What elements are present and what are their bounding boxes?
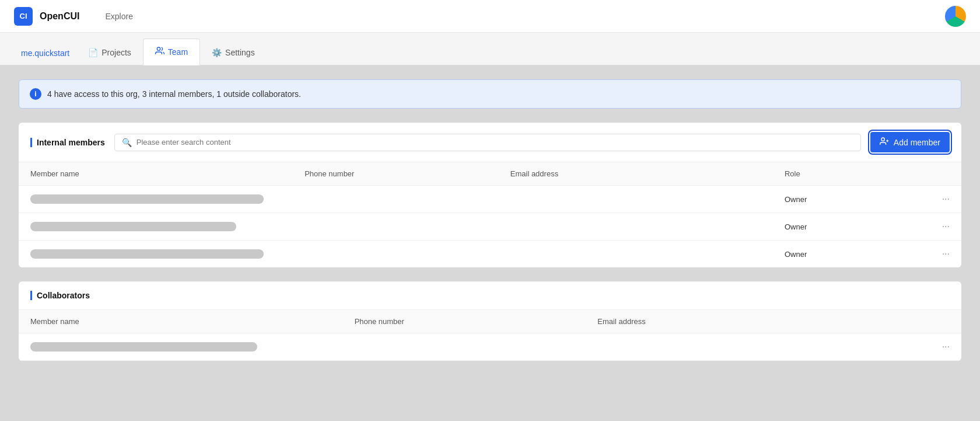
col-phone: Phone number [304, 169, 510, 178]
more-options-button[interactable]: ··· [922, 342, 950, 352]
collab-col-phone: Phone number [355, 317, 598, 326]
table-row: Owner ··· [19, 241, 961, 267]
document-icon: 📄 [88, 48, 98, 57]
topbar: CI OpenCUI Explore [0, 0, 980, 33]
collab-col-email: Email address [597, 317, 922, 326]
add-member-icon [880, 137, 889, 148]
tab-projects[interactable]: 📄 Projects [76, 41, 143, 65]
col-role: Role [785, 169, 922, 178]
internal-members-table-header: Member name Phone number Email address R… [19, 162, 961, 186]
internal-members-section: Internal members 🔍 Add member Me [19, 123, 961, 267]
tab-settings-label: Settings [225, 48, 255, 57]
col-member-name: Member name [30, 169, 304, 178]
role-text: Owner [785, 195, 922, 204]
logo-text: CI [20, 12, 27, 20]
search-icon: 🔍 [122, 138, 132, 147]
tab-team[interactable]: Team [143, 39, 200, 65]
tab-team-label: Team [168, 47, 188, 57]
collaborators-title: Collaborators [30, 291, 90, 300]
tab-projects-label: Projects [102, 48, 131, 57]
internal-members-title: Internal members [30, 138, 105, 147]
gear-icon: ⚙️ [212, 48, 222, 57]
search-input[interactable] [136, 138, 853, 147]
role-text: Owner [785, 222, 922, 231]
svg-point-0 [157, 47, 160, 50]
info-banner: i 4 have access to this org, 3 internal … [19, 79, 961, 109]
more-options-button[interactable]: ··· [922, 249, 950, 259]
search-box[interactable]: 🔍 [114, 134, 861, 151]
add-member-button[interactable]: Add member [870, 132, 950, 152]
explore-label: Explore [105, 12, 132, 21]
more-options-button[interactable]: ··· [922, 221, 950, 232]
info-icon: i [30, 88, 41, 100]
col-email: Email address [510, 169, 785, 178]
collaborators-section: Collaborators Member name Phone number E… [19, 281, 961, 361]
nav-org-link[interactable]: me.quickstart [14, 41, 76, 65]
table-row: Owner ··· [19, 186, 961, 213]
nav-tabs: me.quickstart 📄 Projects Team ⚙️ Setting… [0, 33, 980, 65]
app-name: OpenCUI [40, 11, 79, 22]
logo-box: CI [14, 7, 33, 26]
more-options-button[interactable]: ··· [922, 194, 950, 204]
collab-col-member-name: Member name [30, 317, 355, 326]
skeleton-name [30, 194, 264, 204]
team-icon [155, 46, 164, 57]
internal-members-header: Internal members 🔍 Add member [19, 123, 961, 162]
add-member-label: Add member [894, 138, 940, 147]
tab-settings[interactable]: ⚙️ Settings [200, 41, 267, 65]
topbar-left: CI OpenCUI Explore [14, 7, 133, 26]
main-content: i 4 have access to this org, 3 internal … [0, 65, 980, 421]
role-text: Owner [785, 250, 922, 259]
skeleton-name [30, 222, 236, 231]
info-banner-text: 4 have access to this org, 3 internal me… [47, 89, 301, 99]
collaborators-header: Collaborators [19, 281, 961, 310]
table-row: Owner ··· [19, 213, 961, 241]
collaborators-table-header: Member name Phone number Email address [19, 310, 961, 333]
table-row: ··· [19, 333, 961, 361]
avatar[interactable] [945, 6, 966, 27]
skeleton-name [30, 249, 264, 259]
skeleton-name [30, 342, 257, 352]
svg-point-1 [881, 138, 884, 141]
